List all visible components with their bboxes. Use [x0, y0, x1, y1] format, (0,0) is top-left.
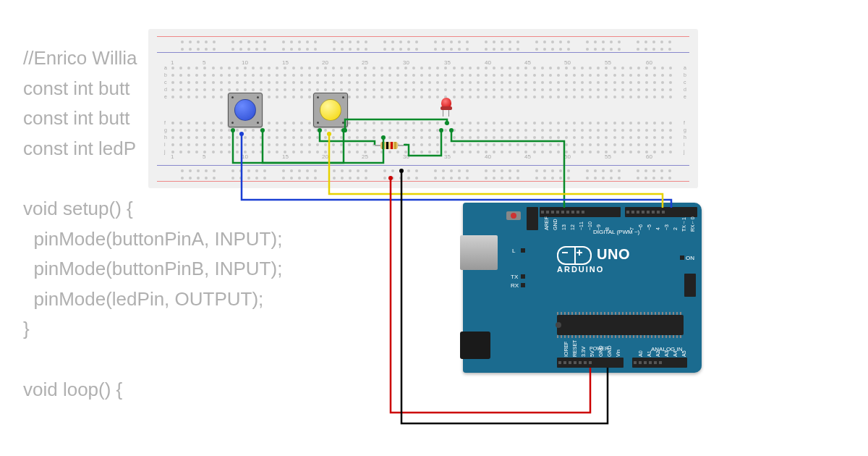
- arduino-logo-icon: [557, 246, 592, 265]
- l-label: L: [512, 248, 515, 254]
- l-led: [521, 248, 525, 253]
- led-red[interactable]: [440, 98, 453, 117]
- icsp-header-1: [527, 207, 538, 230]
- digital-header-1[interactable]: [540, 207, 621, 217]
- rx-led: [521, 283, 525, 287]
- analog-header[interactable]: [632, 358, 687, 368]
- tx-label: TX: [511, 274, 518, 280]
- reset-button[interactable]: [506, 211, 521, 220]
- digital-header-2[interactable]: [625, 207, 697, 217]
- rx-label: RX: [511, 282, 519, 289]
- on-led: [680, 256, 684, 260]
- on-label: ON: [686, 255, 694, 261]
- icsp-header-2: [684, 274, 696, 297]
- power-jack: [460, 332, 490, 359]
- power-header[interactable]: [557, 358, 624, 368]
- resistor[interactable]: [375, 142, 404, 149]
- brand-label: ARDUINO: [557, 265, 604, 274]
- tactile-button-blue[interactable]: [228, 93, 263, 127]
- atmega-chip: [557, 315, 684, 335]
- tactile-button-yellow[interactable]: [313, 93, 348, 127]
- usb-port: [460, 235, 498, 270]
- model-label: UNO: [597, 246, 630, 263]
- tx-led: [521, 274, 525, 279]
